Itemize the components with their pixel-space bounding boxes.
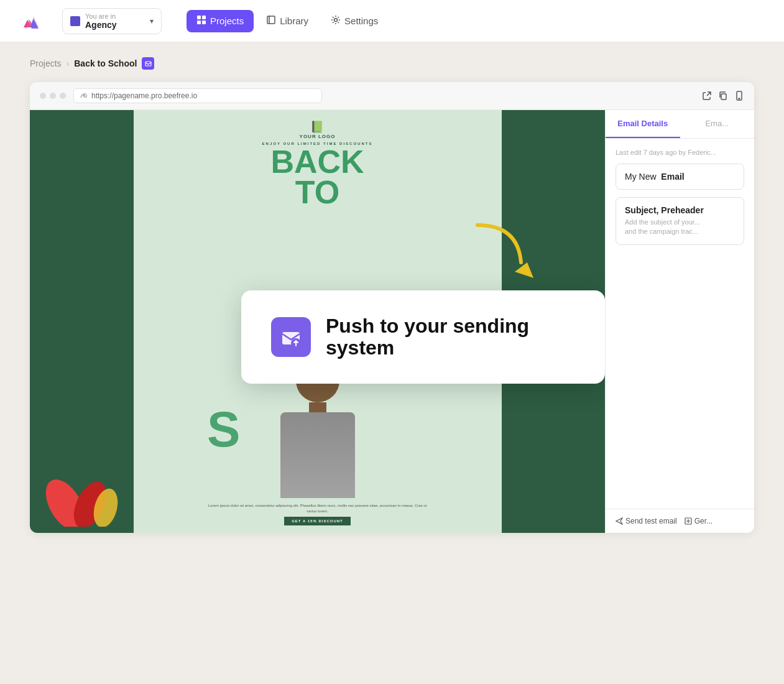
copy-button[interactable] — [718, 91, 728, 101]
browser-url-text: https://pagename.pro.beefree.io — [91, 91, 197, 100]
panel-body: 📗 YOUR LOGO ENJOY OUR LIMITED TIME DISCO… — [30, 110, 754, 533]
workspace-label: You are in — [85, 12, 145, 20]
breadcrumb-projects[interactable]: Projects — [30, 58, 62, 68]
tab-email-details[interactable]: Email Details — [606, 110, 680, 138]
breadcrumb-separator: › — [67, 58, 70, 68]
svg-point-13 — [739, 98, 740, 99]
preview-cta-button: GET A 15% DISCOUNT — [284, 517, 351, 525]
popup-email-icon — [271, 317, 311, 357]
link-icon — [80, 92, 88, 99]
dot-red — [40, 93, 46, 99]
popup-title-text: Push to your sending system — [326, 315, 575, 359]
generate-label: Ger... — [694, 517, 713, 525]
settings-icon — [331, 15, 341, 27]
person-neck — [309, 402, 326, 412]
svg-rect-6 — [202, 16, 206, 19]
workspace-selector[interactable]: You are in Agency ▾ — [62, 8, 162, 34]
workspace-name: Agency — [85, 20, 145, 30]
nav-library[interactable]: Library — [256, 10, 318, 32]
send-test-label: Send test email — [625, 517, 677, 525]
subject-section[interactable]: Subject, Preheader Add the subject of yo… — [616, 197, 744, 245]
header: You are in Agency ▾ Projects — [0, 0, 784, 42]
mobile-view-button[interactable] — [734, 91, 744, 101]
preview-bottom-area: Lorem ipsum dolor sit amet, consectetur … — [200, 498, 435, 533]
preview-logo-area: 📗 YOUR LOGO — [300, 120, 336, 139]
preview-s-letter: S — [207, 401, 240, 458]
subject-label: Subject, Preheader — [625, 205, 735, 215]
preview-logo-text: YOUR LOGO — [300, 134, 336, 139]
preview-big-text: BACK TO — [270, 147, 364, 208]
svg-rect-8 — [202, 21, 206, 24]
email-type-badge — [142, 57, 154, 70]
preview-lorem-text: Lorem ipsum dolor sit amet, consectetur … — [205, 503, 430, 514]
main-content: Projects › Back to School — [0, 42, 784, 548]
big-yellow-arrow — [468, 216, 549, 299]
decorative-flowers — [44, 464, 124, 529]
browser-url-bar[interactable]: https://pagename.pro.beefree.io — [73, 88, 322, 103]
email-name-field[interactable]: My New Email — [616, 164, 744, 190]
nav-settings-label: Settings — [344, 16, 378, 26]
browser-chrome: https://pagename.pro.beefree.io — [30, 82, 754, 110]
subject-hint: Add the subject of your...and the campai… — [625, 218, 735, 237]
breadcrumb: Projects › Back to School — [30, 57, 754, 70]
last-edit-info: Last edit 7 days ago by Federic... — [616, 149, 744, 156]
generate-icon — [685, 517, 692, 525]
book-icon: 📗 — [300, 120, 336, 134]
dot-green — [60, 93, 66, 99]
nav-library-label: Library — [280, 16, 308, 26]
nav-settings[interactable]: Settings — [321, 10, 388, 32]
generate-button[interactable]: Ger... — [685, 517, 713, 525]
tab-email-second[interactable]: Ema... — [680, 110, 755, 138]
browser-dots — [40, 93, 66, 99]
breadcrumb-current: Back to School — [74, 58, 137, 68]
content-panel: https://pagename.pro.beefree.io — [30, 82, 754, 533]
nav-projects-label: Projects — [210, 16, 244, 26]
main-nav: Projects Library Settings — [187, 10, 388, 32]
svg-marker-14 — [515, 262, 533, 278]
sidebar-actions: Send test email Ger... — [606, 509, 754, 533]
sidebar-content: Last edit 7 days ago by Federic... My Ne… — [606, 139, 754, 509]
email-name-bold: Email — [661, 172, 684, 182]
workspace-flag-icon — [70, 16, 80, 26]
open-external-button[interactable] — [702, 91, 712, 101]
preview-to: TO — [295, 174, 339, 210]
send-test-icon — [616, 517, 623, 525]
projects-icon — [196, 15, 206, 27]
dot-yellow — [50, 93, 56, 99]
send-test-email-button[interactable]: Send test email — [616, 517, 677, 525]
svg-rect-7 — [197, 21, 201, 24]
push-system-popup: Push to your sending system — [241, 290, 605, 384]
library-icon — [266, 15, 276, 27]
svg-rect-5 — [197, 16, 201, 19]
svg-rect-11 — [721, 94, 726, 99]
email-name-prefix: My New — [625, 172, 657, 182]
svg-rect-10 — [145, 62, 151, 66]
svg-point-9 — [334, 18, 338, 21]
nav-projects[interactable]: Projects — [187, 10, 254, 32]
app-logo — [20, 10, 42, 32]
browser-actions — [702, 91, 744, 101]
chevron-down-icon: ▾ — [150, 17, 154, 25]
sidebar-tabs: Email Details Ema... — [606, 110, 754, 139]
right-sidebar: Email Details Ema... Last edit 7 days ag… — [605, 110, 754, 533]
